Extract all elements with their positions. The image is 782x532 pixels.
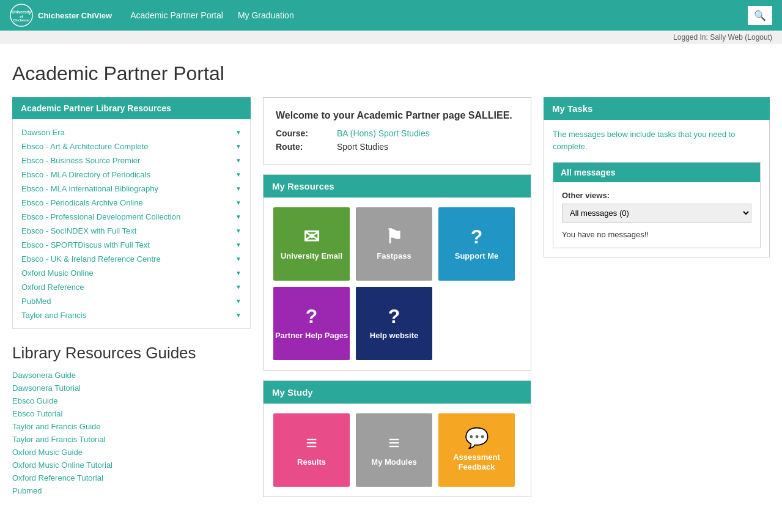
resource-label: Ebsco - MLA International Bibliography <box>21 184 158 193</box>
expand-arrow-icon: ▼ <box>235 129 242 136</box>
guide-link[interactable]: Ebsco Guide <box>12 394 251 407</box>
tile-icon: ✉ <box>303 227 320 246</box>
resource-item[interactable]: Oxford Music Online▼ <box>13 266 250 280</box>
welcome-grid: Course: BA (Hons) Sport Studies Route: S… <box>276 128 518 152</box>
expand-arrow-icon: ▼ <box>235 199 242 206</box>
left-panel: Academic Partner Library Resources Dawso… <box>12 97 251 497</box>
all-messages-title: All messages <box>553 163 760 182</box>
guide-link[interactable]: Oxford Music Guide <box>12 446 251 459</box>
tile-label: Help website <box>370 331 418 341</box>
route-label: Route: <box>276 142 337 152</box>
nav-academic-partner-portal[interactable]: Academic Partner Portal <box>130 10 223 20</box>
nav-my-graduation[interactable]: My Graduation <box>238 10 294 20</box>
my-resources-tiles: ✉University Email⚑Fastpass?Support Me?Pa… <box>264 198 531 370</box>
resource-tile[interactable]: ✉University Email <box>273 207 350 281</box>
logo-text: Chichester ChiView <box>38 11 112 20</box>
welcome-title: Welcome to your Academic Partner page SA… <box>276 110 518 121</box>
resource-label: Oxford Music Online <box>21 268 94 278</box>
resource-label: Ebsco - SPORTDiscus with Full Text <box>21 240 150 249</box>
resource-item[interactable]: Ebsco - Business Source Premier▼ <box>13 153 250 168</box>
tile-icon: 💬 <box>465 428 489 448</box>
tasks-desc: The messages below include tasks that yo… <box>553 128 761 152</box>
tile-icon: ? <box>306 306 318 326</box>
tile-icon: ? <box>471 227 483 246</box>
resource-item[interactable]: Ebsco - Periodicals Archive Online▼ <box>13 196 250 210</box>
center-panel: Welcome to your Academic Partner page SA… <box>263 97 531 507</box>
tile-icon: ? <box>388 306 400 326</box>
tile-label: Support Me <box>455 251 499 261</box>
expand-arrow-icon: ▼ <box>235 143 242 150</box>
resource-item[interactable]: Ebsco - SPORTDiscus with Full Text▼ <box>13 238 250 252</box>
guides-section-title: Library Resources Guides <box>12 329 251 369</box>
library-resources-list: Dawson Era▼Ebsco - Art & Architecture Co… <box>12 119 251 329</box>
resource-item[interactable]: Ebsco - Professional Development Collect… <box>13 210 250 224</box>
search-button[interactable]: 🔍 <box>748 6 772 25</box>
resource-label: Ebsco - Professional Development Collect… <box>21 212 180 221</box>
course-value: BA (Hons) Sport Studies <box>337 128 518 138</box>
resource-label: Taylor and Francis <box>21 311 86 320</box>
tile-icon: ≡ <box>388 433 400 453</box>
resource-label: Dawson Era <box>21 128 65 137</box>
guide-link[interactable]: Oxford Reference Tutorial <box>12 471 251 484</box>
resource-item[interactable]: PubMed▼ <box>13 294 250 308</box>
guide-link[interactable]: Taylor and Francis Guide <box>12 420 251 433</box>
expand-arrow-icon: ▼ <box>235 227 242 234</box>
resource-item[interactable]: Ebsco - UK & Ireland Reference Centre▼ <box>13 252 250 266</box>
resource-label: PubMed <box>21 297 51 306</box>
resource-item[interactable]: Ebsco - MLA Directory of Periodicals▼ <box>13 168 250 182</box>
tile-icon: ⚑ <box>385 227 403 246</box>
study-tile[interactable]: ≡Results <box>273 413 350 487</box>
guide-link[interactable]: Pubmed <box>12 484 251 497</box>
resource-label: Ebsco - Art & Architecture Complete <box>21 142 148 151</box>
expand-arrow-icon: ▼ <box>235 213 242 220</box>
my-study-tiles: ≡Results≡My Modules💬Assessment Feedback <box>264 404 531 497</box>
header: University of Chichester Chichester ChiV… <box>0 0 782 31</box>
tile-label: Fastpass <box>377 251 411 261</box>
tile-label: Assessment Feedback <box>438 453 515 471</box>
resource-tile[interactable]: ?Support Me <box>438 207 515 281</box>
messages-select[interactable]: All messages (0) <box>562 204 751 223</box>
tile-label: Results <box>297 457 326 467</box>
resource-item[interactable]: Taylor and Francis▼ <box>13 308 250 322</box>
expand-arrow-icon: ▼ <box>235 270 242 276</box>
study-tile[interactable]: 💬Assessment Feedback <box>438 413 515 487</box>
expand-arrow-icon: ▼ <box>235 185 242 192</box>
resource-tile[interactable]: ?Help website <box>356 287 432 360</box>
resource-tile[interactable]: ?Partner Help Pages <box>273 287 350 360</box>
logged-in-text: Logged In: Sally Web (Logout) <box>673 33 772 42</box>
tile-label: Partner Help Pages <box>275 331 348 341</box>
resource-label: Ebsco - MLA Directory of Periodicals <box>21 170 150 179</box>
resource-item[interactable]: Oxford Reference▼ <box>13 280 250 294</box>
guides-list: Dawsonera GuideDawsonera TutorialEbsco G… <box>12 369 251 497</box>
guide-link[interactable]: Oxford Music Online Tutorial <box>12 459 251 471</box>
expand-arrow-icon: ▼ <box>235 157 242 164</box>
welcome-box: Welcome to your Academic Partner page SA… <box>263 97 531 164</box>
resource-tile[interactable]: ⚑Fastpass <box>356 207 432 281</box>
logged-in-bar: Logged In: Sally Web (Logout) <box>0 31 782 44</box>
my-resources-title: My Resources <box>264 175 531 198</box>
resource-label: Oxford Reference <box>21 283 84 292</box>
expand-arrow-icon: ▼ <box>235 284 242 290</box>
library-resources-title: Academic Partner Library Resources <box>12 97 251 119</box>
guide-link[interactable]: Dawsonera Guide <box>12 369 251 382</box>
right-panel: My Tasks The messages below include task… <box>544 97 770 257</box>
logo: University of Chichester Chichester ChiV… <box>10 4 112 27</box>
guide-link[interactable]: Ebsco Tutorial <box>12 407 251 420</box>
no-messages-text: You have no messages!! <box>562 230 751 239</box>
all-messages-box: All messages Other views: All messages (… <box>553 162 761 248</box>
study-tile[interactable]: ≡My Modules <box>356 413 432 487</box>
guide-link[interactable]: Dawsonera Tutorial <box>12 382 251 394</box>
tasks-title: My Tasks <box>544 97 770 120</box>
resource-label: Ebsco - UK & Ireland Reference Centre <box>21 254 161 264</box>
expand-arrow-icon: ▼ <box>235 298 242 305</box>
resource-item[interactable]: Dawson Era▼ <box>13 125 250 139</box>
guide-link[interactable]: Taylor and Francis Tutorial <box>12 433 251 446</box>
resource-item[interactable]: Ebsco - SocINDEX with Full Text▼ <box>13 224 250 238</box>
my-study-section: My Study ≡Results≡My Modules💬Assessment … <box>263 380 531 497</box>
tile-label: University Email <box>281 251 342 261</box>
resource-item[interactable]: Ebsco - MLA International Bibliography▼ <box>13 182 250 196</box>
resource-label: Ebsco - SocINDEX with Full Text <box>21 226 136 235</box>
resource-item[interactable]: Ebsco - Art & Architecture Complete▼ <box>13 139 250 153</box>
svg-text:Chichester: Chichester <box>13 18 30 22</box>
expand-arrow-icon: ▼ <box>235 242 242 248</box>
